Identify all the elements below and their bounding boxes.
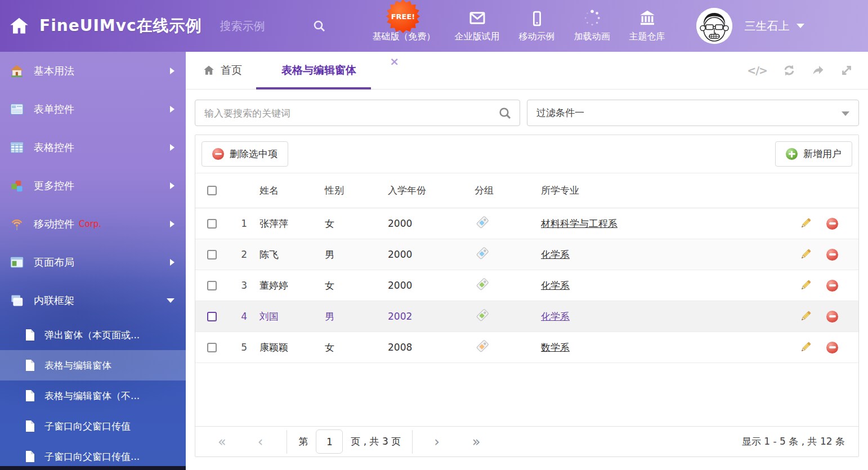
prev-page-button[interactable]: ‹ bbox=[258, 435, 263, 449]
chevron-right-icon bbox=[170, 259, 175, 266]
tab-bar: 首页 表格与编辑窗体 × </> bbox=[186, 52, 868, 89]
table-header: 姓名 性别 入学年份 分组 所学专业 bbox=[195, 173, 858, 208]
refresh-button[interactable] bbox=[782, 64, 796, 77]
major-link[interactable]: 数学系 bbox=[541, 342, 570, 353]
row-checkbox[interactable] bbox=[207, 281, 217, 290]
cell-group bbox=[473, 215, 536, 232]
sidebar-item-page-layout[interactable]: 页面布局 bbox=[0, 243, 186, 281]
major-link[interactable]: 化学系 bbox=[541, 311, 570, 322]
sidebar-item-mobile-controls[interactable]: 移动控件 Corp. bbox=[0, 205, 186, 243]
delete-row-icon[interactable] bbox=[826, 342, 838, 353]
app-root: FineUIMvc在线示例 FREE! 基础版（免费） 企业版试用 bbox=[0, 0, 868, 470]
cell-name: 董婷婷 bbox=[247, 279, 320, 292]
edit-icon[interactable] bbox=[799, 279, 812, 292]
user-name: 三生石上 bbox=[745, 19, 790, 34]
major-link[interactable]: 化学系 bbox=[541, 280, 570, 291]
row-checkbox[interactable] bbox=[207, 250, 217, 259]
page-number-input[interactable] bbox=[316, 429, 343, 454]
table-row-selected[interactable]: 4 刘国 男 2002 化学系 bbox=[195, 301, 858, 332]
edit-icon[interactable] bbox=[799, 310, 812, 323]
delete-selected-button[interactable]: 删除选中项 bbox=[202, 141, 288, 167]
page-prefix-label: 第 bbox=[298, 435, 308, 448]
search-icon[interactable] bbox=[312, 19, 326, 33]
user-menu[interactable]: 三生石上 bbox=[696, 8, 804, 44]
open-new-window-button[interactable] bbox=[811, 64, 825, 77]
add-user-button[interactable]: 新增用户 bbox=[775, 141, 852, 167]
sidebar-item-label: 内联框架 bbox=[34, 294, 74, 307]
cell-year: 2000 bbox=[383, 218, 473, 229]
cell-group bbox=[473, 339, 536, 356]
tab-grid-edit-window[interactable]: 表格与编辑窗体 × bbox=[277, 63, 361, 78]
column-header-gender[interactable]: 性别 bbox=[320, 184, 383, 197]
sidebar-subitem-grid-edit-window-2[interactable]: 表格与编辑窗体（不... bbox=[0, 381, 186, 411]
cubes-icon bbox=[10, 179, 24, 193]
active-tab-underline bbox=[256, 87, 371, 89]
sidebar-item-label: 表格控件 bbox=[34, 141, 74, 154]
source-code-button[interactable]: </> bbox=[747, 64, 767, 77]
nav-item-enterprise-trial[interactable]: 企业版试用 bbox=[455, 9, 500, 43]
close-icon[interactable]: × bbox=[390, 55, 399, 68]
edit-icon[interactable] bbox=[799, 341, 812, 354]
next-page-button[interactable]: › bbox=[434, 435, 440, 449]
major-link[interactable]: 化学系 bbox=[541, 249, 570, 260]
sidebar-subitem-popup-window[interactable]: 弹出窗体（本页面或... bbox=[0, 320, 186, 350]
fullscreen-button[interactable] bbox=[840, 64, 853, 77]
nav-item-loading-animation[interactable]: 加载动画 bbox=[574, 9, 610, 43]
delete-row-icon[interactable] bbox=[826, 280, 838, 292]
table-row[interactable]: 5 康颖颖 女 2008 数学系 bbox=[195, 332, 858, 363]
major-link[interactable]: 材料科学与工程系 bbox=[541, 218, 618, 229]
row-index: 3 bbox=[228, 280, 247, 291]
edit-icon[interactable] bbox=[799, 248, 812, 261]
sidebar-item-more-controls[interactable]: 更多控件 bbox=[0, 167, 186, 205]
app-title: FineUIMvc在线示例 bbox=[39, 15, 202, 37]
tag-icon bbox=[475, 308, 490, 323]
column-header-year[interactable]: 入学年份 bbox=[383, 184, 473, 197]
sidebar-item-iframe[interactable]: 内联框架 bbox=[0, 281, 186, 320]
edit-icon[interactable] bbox=[799, 217, 812, 230]
sidebar-subitem-grid-edit-window[interactable]: 表格与编辑窗体 bbox=[0, 350, 186, 381]
sidebar-subitem-label: 子窗口向父窗口传值... bbox=[44, 450, 140, 463]
cell-name: 康颖颖 bbox=[247, 341, 320, 354]
sidebar-item-grid-controls[interactable]: 表格控件 bbox=[0, 128, 186, 167]
column-header-name[interactable]: 姓名 bbox=[247, 184, 320, 197]
row-index: 5 bbox=[228, 342, 247, 353]
file-icon bbox=[25, 359, 35, 371]
delete-row-icon[interactable] bbox=[826, 249, 838, 261]
home-icon bbox=[203, 64, 215, 77]
select-all-checkbox[interactable] bbox=[207, 186, 217, 195]
tab-home[interactable]: 首页 bbox=[203, 63, 242, 78]
cell-year: 2002 bbox=[383, 311, 473, 322]
envelope-icon bbox=[468, 9, 486, 27]
row-checkbox[interactable] bbox=[207, 343, 217, 352]
column-header-major[interactable]: 所学专业 bbox=[536, 184, 774, 197]
table-row[interactable]: 1 张萍萍 女 2000 材料科学与工程系 bbox=[195, 208, 858, 239]
table-row[interactable]: 3 董婷婷 女 2000 化学系 bbox=[195, 270, 858, 301]
delete-row-icon[interactable] bbox=[826, 311, 838, 323]
cell-gender: 女 bbox=[320, 341, 383, 354]
sidebar-item-form-controls[interactable]: 表单控件 bbox=[0, 90, 186, 128]
column-header-group[interactable]: 分组 bbox=[473, 184, 536, 197]
delete-row-icon[interactable] bbox=[826, 218, 838, 230]
cell-gender: 女 bbox=[320, 279, 383, 292]
chevron-down-icon bbox=[842, 111, 849, 116]
sidebar-item-basic-usage[interactable]: 基本用法 bbox=[0, 52, 186, 90]
first-page-button[interactable]: « bbox=[218, 435, 226, 449]
corp-badge: Corp. bbox=[79, 219, 101, 229]
cell-gender: 男 bbox=[320, 248, 383, 261]
cell-group bbox=[473, 246, 536, 263]
brand[interactable]: FineUIMvc在线示例 bbox=[0, 15, 202, 37]
row-checkbox[interactable] bbox=[207, 312, 217, 321]
sidebar-subitem-child-to-parent-2[interactable]: 子窗口向父窗口传值... bbox=[0, 441, 186, 470]
last-page-button[interactable]: » bbox=[472, 435, 481, 449]
sidebar-item-label: 表单控件 bbox=[34, 102, 74, 116]
filter-dropdown[interactable]: 过滤条件一 bbox=[527, 100, 859, 126]
keyword-search-input[interactable] bbox=[195, 100, 520, 126]
nav-item-theme-store[interactable]: 主题仓库 bbox=[629, 9, 665, 43]
header-search-input[interactable] bbox=[220, 20, 305, 33]
search-icon[interactable] bbox=[498, 106, 512, 120]
row-checkbox[interactable] bbox=[207, 219, 217, 229]
table-row[interactable]: 2 陈飞 男 2000 化学系 bbox=[195, 239, 858, 270]
nav-item-mobile-demo[interactable]: 移动示例 bbox=[519, 9, 555, 43]
sidebar-subitem-child-to-parent[interactable]: 子窗口向父窗口传值 bbox=[0, 411, 186, 441]
row-index: 4 bbox=[228, 311, 247, 322]
